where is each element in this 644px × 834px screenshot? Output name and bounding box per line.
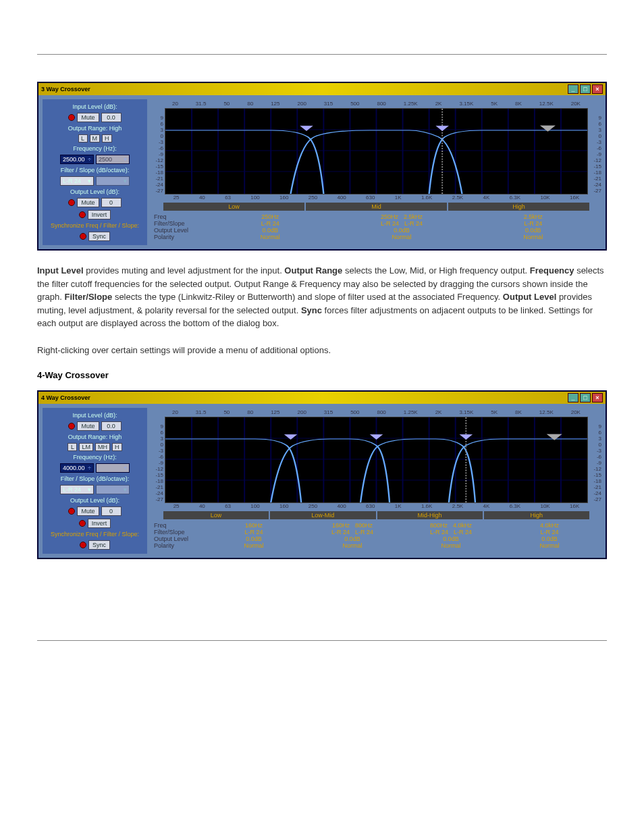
mute-led <box>68 114 75 121</box>
svg-marker-20 <box>435 126 449 131</box>
freq-spinner-inactive: 2500÷ <box>96 155 130 164</box>
summary-col-low: 160HzL-R 240.0dBNormal <box>205 522 303 549</box>
range-button-M[interactable]: M <box>90 134 101 142</box>
filter-slope-label: Filter / Slope (dB/octave): <box>47 475 143 482</box>
output-level-label: Output Level (dB): <box>47 188 143 195</box>
sync-label: Synchronize Freq / Filter / Slope: <box>47 222 143 229</box>
band-row-4way: Low Low-Mid Mid-High High <box>163 511 589 519</box>
filter-select-inactive: ▾ <box>96 176 130 186</box>
titlebar-4way[interactable]: 4 Way Crossover _ □ × <box>38 392 606 404</box>
rightclick-para: Right-clicking over certain settings wil… <box>37 344 607 357</box>
input-level-value[interactable]: 0.0 <box>101 421 122 431</box>
sync-led <box>80 542 86 548</box>
chevron-down-icon: ▾ <box>88 486 91 493</box>
spinner-caret-icon: ÷ <box>88 465 91 471</box>
heading-4way: 4-Way Crossover <box>37 370 607 380</box>
band-low[interactable]: Low <box>163 511 269 519</box>
output-range-label: Output Range: High <box>47 434 143 440</box>
filter-select-active[interactable]: L-R 24▾ <box>60 176 94 186</box>
out-mute-button[interactable]: Mute <box>77 198 99 207</box>
minimize-icon[interactable]: _ <box>568 393 579 402</box>
out-mute-led <box>68 508 75 515</box>
summary-col-low: 250HzL-R 240.0dBNormal <box>205 213 336 240</box>
out-mute-button[interactable]: Mute <box>77 506 99 516</box>
sync-button[interactable]: Sync <box>88 540 110 550</box>
filter-slope-label: Filter / Slope (dB/octave): <box>47 167 143 174</box>
band-high[interactable]: High <box>484 511 589 519</box>
invert-led <box>79 211 86 218</box>
input-level-value[interactable]: 0.0 <box>101 113 122 122</box>
band-low[interactable]: Low <box>163 203 304 211</box>
page-top-rule <box>37 54 607 55</box>
summary-freq-label: Freq <box>154 213 205 220</box>
maximize-icon[interactable]: □ <box>580 84 591 94</box>
summary-col-high: 2.5kHzL-R 240.0dBNormal <box>467 213 599 240</box>
range-button-MH[interactable]: MH <box>95 443 110 451</box>
spinner-caret-icon: ÷ <box>88 156 91 163</box>
xscale-bottom-4way: 2540631001602504006301K1.6K2.5K4K6.3K10K… <box>151 503 601 509</box>
mute-led <box>68 423 75 429</box>
range-button-LM[interactable]: LM <box>79 443 93 451</box>
band-lowmid[interactable]: Low-Mid <box>270 511 375 519</box>
yscale-right-3way: 9630-3-6-9-12-15-18-21-24-27 <box>589 108 601 194</box>
freq-spinner-inactive: ÷ <box>96 463 130 473</box>
window-4way: 4 Way Crossover _ □ × Input Level (dB): … <box>37 390 607 559</box>
summary-col-lowmid: 160Hz800Hz L-R 24L-R 24 0.0dBNormal <box>303 522 402 549</box>
chevron-down-icon: ▾ <box>88 178 91 184</box>
band-high[interactable]: High <box>448 203 589 211</box>
band-midhigh[interactable]: Mid-High <box>377 511 483 519</box>
frequency-label: Frequency (Hz): <box>47 454 143 461</box>
filter-select-active[interactable]: L-R 24▾ <box>60 485 94 494</box>
main-4way: 2031.550801252003155008001.25K2K3.15K5K8… <box>151 408 601 554</box>
close-icon[interactable]: × <box>592 393 603 402</box>
page-bottom-rule <box>37 640 607 641</box>
graph-4way[interactable] <box>165 417 588 503</box>
summary-pol-label: Polarity <box>154 234 205 240</box>
maximize-icon[interactable]: □ <box>580 393 591 402</box>
sidebar-3way: Input Level (dB): Mute 0.0 Output Range:… <box>43 99 147 245</box>
range-button-L[interactable]: L <box>78 134 88 142</box>
titlebar-3way[interactable]: 3 Way Crossover _ □ × <box>38 83 606 95</box>
xscale-top-3way: 2031.550801252003155008001.25K2K3.15K5K8… <box>151 99 601 108</box>
svg-marker-42 <box>370 434 383 440</box>
summary-col-midhigh: 800Hz4.0kHz L-R 24L-R 24 0.0dBNormal <box>402 522 500 549</box>
main-3way: 2031.550801252003155008001.25K2K3.15K5K8… <box>151 99 601 245</box>
mute-button[interactable]: Mute <box>77 421 99 431</box>
summary-filt-label: Filter/Slope <box>154 529 205 536</box>
input-level-label: Input Level (dB): <box>47 103 143 110</box>
output-range-label: Output Range: High <box>47 125 143 132</box>
close-icon[interactable]: × <box>592 84 603 94</box>
svg-marker-43 <box>460 434 473 440</box>
window-3way: 3 Way Crossover _ □ × Input Level (dB): … <box>37 82 607 251</box>
svg-marker-41 <box>284 434 298 440</box>
sync-button[interactable]: Sync <box>88 232 110 241</box>
range-button-H[interactable]: H <box>112 443 122 451</box>
svg-marker-19 <box>300 126 313 131</box>
summary-freq-label: Freq <box>154 522 205 529</box>
yscale-left-3way: 9630-3-6-9-12-15-18-21-24-27 <box>151 108 163 194</box>
out-level-value[interactable]: 0 <box>101 198 122 207</box>
invert-led <box>79 520 86 527</box>
graph-3way[interactable] <box>165 108 588 194</box>
out-mute-led <box>68 199 75 206</box>
title-4way: 4 Way Crossover <box>41 394 90 401</box>
invert-button[interactable]: Invert <box>88 210 111 219</box>
band-row-3way: Low Mid High <box>163 203 589 211</box>
filter-select-inactive: ▾ <box>96 485 130 494</box>
yscale-left-4way: 9630-3-6-9-12-15-18-21-24-27 <box>151 417 163 503</box>
summary-lvl-label: Output Level <box>154 227 205 234</box>
range-button-H[interactable]: H <box>102 134 112 142</box>
summary-4way: Freq Filter/Slope Output Level Polarity … <box>154 522 599 549</box>
invert-button[interactable]: Invert <box>88 519 111 528</box>
range-button-L[interactable]: L <box>68 443 77 451</box>
mute-button[interactable]: Mute <box>77 113 99 122</box>
freq-spinner-active[interactable]: 2500.00÷ <box>60 155 94 164</box>
sync-led <box>80 233 86 240</box>
band-mid[interactable]: Mid <box>306 203 447 211</box>
xscale-top-4way: 2031.550801252003155008001.25K2K3.15K5K8… <box>151 408 601 417</box>
out-level-value[interactable]: 0 <box>101 506 122 516</box>
summary-filt-label: Filter/Slope <box>154 220 205 227</box>
freq-spinner-active[interactable]: 4000.00÷ <box>60 463 94 473</box>
minimize-icon[interactable]: _ <box>568 84 579 94</box>
summary-pol-label: Polarity <box>154 542 205 549</box>
